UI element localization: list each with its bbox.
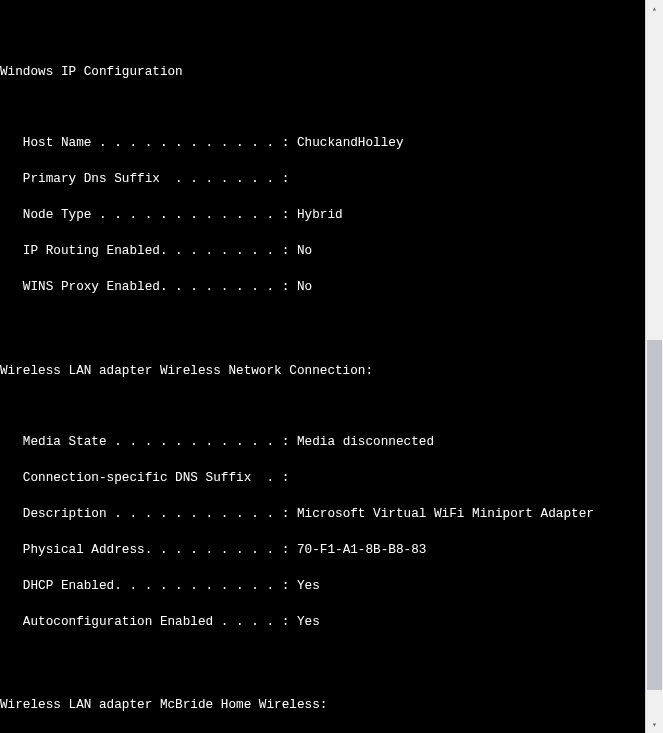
config-line: WINS Proxy Enabled. . . . . . . . : No <box>0 281 646 293</box>
config-line: Description . . . . . . . . . . . : Micr… <box>0 508 646 520</box>
scrollbar-track[interactable]: ▴ ▾ <box>645 0 663 733</box>
scroll-down-arrow-icon[interactable]: ▾ <box>646 716 663 733</box>
section-header: Windows IP Configuration <box>0 66 646 78</box>
scrollbar-thumb[interactable] <box>647 340 662 690</box>
cmd-window: Windows IP Configuration Host Name . . .… <box>0 0 663 733</box>
config-line: Primary Dns Suffix . . . . . . . : <box>0 173 646 185</box>
cmd-output: Windows IP Configuration Host Name . . .… <box>0 24 646 733</box>
config-line: IP Routing Enabled. . . . . . . . : No <box>0 245 646 257</box>
blank-line <box>0 102 646 114</box>
config-line: Autoconfiguration Enabled . . . . : Yes <box>0 616 646 628</box>
scroll-up-arrow-icon[interactable]: ▴ <box>646 0 663 17</box>
config-line: Physical Address. . . . . . . . . : 70-F… <box>0 544 646 556</box>
blank-line <box>0 651 646 663</box>
config-line: Connection-specific DNS Suffix . : <box>0 472 646 484</box>
blank-line <box>0 400 646 412</box>
config-line: Host Name . . . . . . . . . . . . : Chuc… <box>0 137 646 149</box>
section-header: Wireless LAN adapter McBride Home Wirele… <box>0 699 646 711</box>
config-line: Media State . . . . . . . . . . . : Medi… <box>0 436 646 448</box>
config-line: DHCP Enabled. . . . . . . . . . . : Yes <box>0 580 646 592</box>
config-line: Node Type . . . . . . . . . . . . : Hybr… <box>0 209 646 221</box>
blank-line <box>0 317 646 329</box>
section-header: Wireless LAN adapter Wireless Network Co… <box>0 365 646 377</box>
